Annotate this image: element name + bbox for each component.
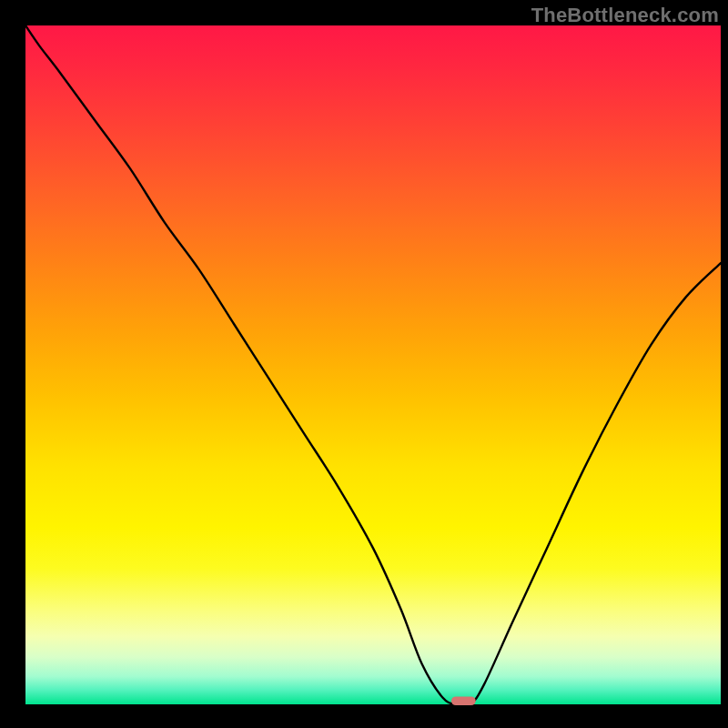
chart-plot-bg [25, 25, 721, 704]
watermark-text: TheBottleneck.com [531, 4, 719, 27]
chart-container: TheBottleneck.com [0, 0, 728, 728]
optimal-marker [451, 696, 476, 705]
bottleneck-chart [0, 0, 728, 728]
